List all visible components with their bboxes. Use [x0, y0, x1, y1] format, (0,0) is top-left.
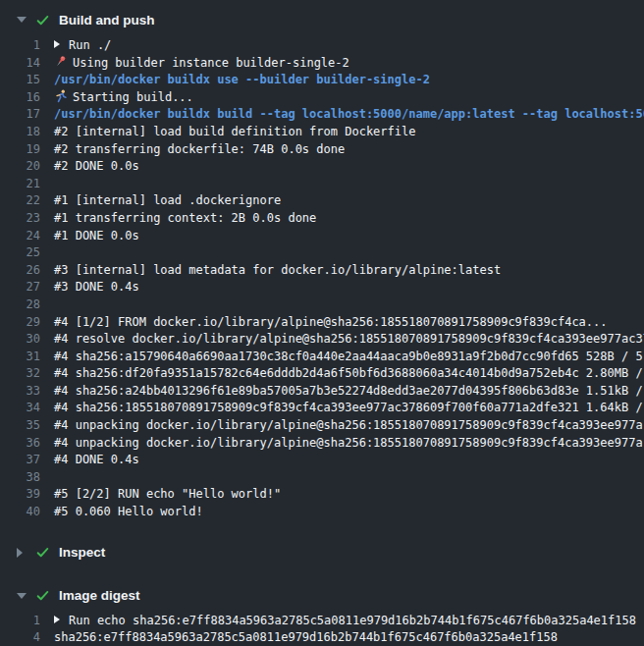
section-header-build-and-push[interactable]: Build and push — [0, 10, 644, 29]
section-title: Image digest — [59, 588, 140, 603]
chevron-right-icon[interactable] — [17, 548, 28, 558]
log-line: 32#4 sha256:df20fa9351a15782c64e6dddb2d4… — [0, 365, 644, 383]
line-number[interactable]: 30 — [0, 331, 40, 349]
line-number[interactable]: 24 — [0, 228, 40, 245]
log-text: #2 DONE 0.0s — [54, 158, 139, 176]
line-number[interactable]: 17 — [0, 106, 40, 124]
pushpin-icon — [54, 55, 68, 69]
log-text: Using builder instance builder-single-2 — [54, 55, 349, 73]
line-number[interactable]: 16 — [0, 89, 40, 107]
section-header-inspect[interactable]: Inspect — [0, 543, 644, 563]
log-text-content: #4 sha256:185518070891758909c9f839cf4ca3… — [54, 401, 643, 414]
line-number[interactable]: 37 — [0, 452, 40, 469]
log-text-content: /usr/bin/docker buildx use --builder bui… — [54, 73, 430, 86]
log-text-content: #2 transferring dockerfile: 74B 0.0s don… — [54, 142, 345, 156]
log-text-content: #4 sha256:df20fa9351a15782c64e6dddb2d4a6… — [54, 366, 643, 380]
line-number[interactable]: 25 — [0, 244, 40, 262]
log-line: 34#4 sha256:185518070891758909c9f839cf4c… — [0, 400, 644, 417]
line-number[interactable]: 29 — [0, 314, 40, 332]
log-line: 19#2 transferring dockerfile: 74B 0.0s d… — [0, 141, 644, 159]
expand-group-icon[interactable] — [54, 40, 60, 48]
log-text: sha256:e7ff8834a5963a2785c5a0811e979d16b… — [54, 629, 558, 646]
expand-group-icon[interactable] — [54, 616, 60, 623]
log-text-content: Run ./ — [69, 38, 111, 52]
log-line: 38 — [0, 469, 644, 487]
line-number[interactable]: 35 — [0, 417, 40, 435]
section-inspect: Inspect — [0, 543, 644, 563]
check-icon — [35, 13, 50, 27]
log-text: #4 unpacking docker.io/library/alpine@sh… — [54, 417, 643, 435]
runner-icon — [54, 89, 68, 103]
log-text: Starting build... — [54, 89, 193, 107]
log-text-content: #1 transferring context: 2B 0.0s done — [54, 211, 316, 225]
line-number[interactable]: 40 — [0, 504, 40, 521]
log-text: #4 resolve docker.io/library/alpine@sha2… — [54, 331, 644, 349]
log-text-content: #4 unpacking docker.io/library/alpine@sh… — [54, 436, 643, 450]
line-number[interactable]: 14 — [0, 55, 40, 73]
line-number[interactable]: 20 — [0, 158, 40, 176]
line-number[interactable]: 31 — [0, 349, 40, 366]
line-number[interactable]: 27 — [0, 279, 40, 296]
section-image-digest: Image digest1Run echo sha256:e7ff8834a59… — [0, 586, 644, 646]
line-number[interactable]: 22 — [0, 192, 40, 210]
command-text: /usr/bin/docker buildx use --builder bui… — [54, 72, 430, 89]
log-text: #2 [internal] load build definition from… — [54, 124, 415, 141]
chevron-down-icon[interactable] — [17, 593, 28, 599]
log-text-content: Run echo sha256:e7ff8834a5963a2785c5a081… — [69, 614, 636, 627]
line-number[interactable]: 28 — [0, 296, 40, 314]
line-number[interactable]: 32 — [0, 365, 40, 383]
line-number[interactable]: 15 — [0, 72, 40, 89]
log-text: #1 [internal] load .dockerignore — [54, 192, 281, 210]
line-number[interactable]: 1 — [0, 613, 40, 630]
log-text-content: Starting build... — [73, 90, 193, 104]
log-text: #3 [internal] load metadata for docker.i… — [54, 262, 501, 280]
log-line: 21 — [0, 176, 644, 193]
log-line: 14Using builder instance builder-single-… — [0, 55, 644, 73]
log-line: 23#1 transferring context: 2B 0.0s done — [0, 210, 644, 228]
chevron-down-icon[interactable] — [17, 17, 28, 23]
log-text-content: #4 resolve docker.io/library/alpine@sha2… — [54, 332, 644, 346]
log-text: #3 DONE 0.4s — [54, 279, 139, 296]
log-text-content: Using builder instance builder-single-2 — [73, 56, 349, 70]
section-title: Inspect — [59, 545, 105, 560]
log-text: Run echo sha256:e7ff8834a5963a2785c5a081… — [54, 613, 636, 630]
line-number[interactable]: 23 — [0, 210, 40, 228]
line-number[interactable]: 36 — [0, 435, 40, 453]
command-text: /usr/bin/docker buildx build --tag local… — [54, 106, 644, 124]
line-number[interactable]: 26 — [0, 262, 40, 280]
line-number[interactable]: 34 — [0, 400, 40, 417]
log-text: #5 [2/2] RUN echo "Hello world!" — [54, 486, 281, 504]
line-number[interactable]: 33 — [0, 383, 40, 401]
line-number[interactable]: 21 — [0, 176, 40, 193]
log-text-content: #4 unpacking docker.io/library/alpine@sh… — [54, 418, 643, 432]
log-line: 1Run echo sha256:e7ff8834a5963a2785c5a08… — [0, 613, 644, 630]
log-line: 4sha256:e7ff8834a5963a2785c5a0811e979d16… — [0, 629, 644, 646]
log-line: 25 — [0, 244, 644, 262]
line-number[interactable]: 1 — [0, 37, 40, 55]
log-text: #5 0.060 Hello world! — [54, 504, 203, 521]
log-line: 20#2 DONE 0.0s — [0, 158, 644, 176]
section-build-and-push: Build and push1Run ./14Using builder ins… — [0, 10, 644, 521]
line-number[interactable]: 4 — [0, 629, 40, 646]
check-icon — [35, 545, 50, 560]
log-line: 29#4 [1/2] FROM docker.io/library/alpine… — [0, 314, 644, 332]
line-number[interactable]: 19 — [0, 141, 40, 159]
log-text: Run ./ — [54, 37, 111, 55]
log-line: 15/usr/bin/docker buildx use --builder b… — [0, 72, 644, 89]
log-text: #1 transferring context: 2B 0.0s done — [54, 210, 316, 228]
section-header-image-digest[interactable]: Image digest — [0, 586, 644, 606]
line-number[interactable]: 39 — [0, 486, 40, 504]
log-text-content: #5 [2/2] RUN echo "Hello world!" — [54, 487, 281, 501]
log-line: 31#4 sha256:a15790640a6690aa1730c38cf0a4… — [0, 349, 644, 366]
actions-log-viewer: Build and push1Run ./14Using builder ins… — [0, 0, 644, 646]
check-icon — [35, 588, 50, 603]
line-number[interactable]: 38 — [0, 469, 40, 487]
line-number[interactable]: 18 — [0, 124, 40, 141]
log-line: 26#3 [internal] load metadata for docker… — [0, 262, 644, 280]
log-text-content: #3 [internal] load metadata for docker.i… — [54, 263, 501, 277]
log-line: 39#5 [2/2] RUN echo "Hello world!" — [0, 486, 644, 504]
log-line: 18#2 [internal] load build definition fr… — [0, 124, 644, 141]
log-line: 28 — [0, 296, 644, 314]
log-line: 22#1 [internal] load .dockerignore — [0, 192, 644, 210]
log-text-content: #1 [internal] load .dockerignore — [54, 193, 281, 207]
